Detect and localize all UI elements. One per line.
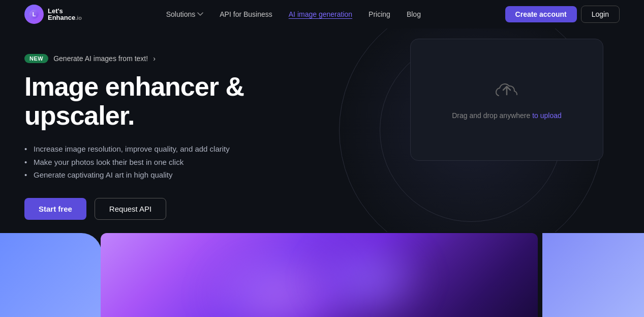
bottom-strip — [0, 233, 644, 317]
hero-section: NEW Generate AI images from text! › Imag… — [0, 28, 644, 232]
new-badge-container: NEW Generate AI images from text! › — [24, 54, 299, 63]
purple-blob-2 — [304, 233, 431, 317]
bullet-1: Increase image resolution, improve quali… — [24, 142, 299, 156]
nav-item-ai-generation[interactable]: AI image generation — [289, 10, 352, 19]
hero-bullets: Increase image resolution, improve quali… — [24, 142, 299, 182]
upload-dropzone[interactable]: Drag and drop anywhere to upload — [410, 39, 603, 161]
upload-icon — [496, 80, 518, 105]
badge-text: Generate AI images from text! — [53, 54, 148, 63]
start-free-button[interactable]: Start free — [24, 198, 86, 220]
hero-content: NEW Generate AI images from text! › Imag… — [24, 49, 299, 220]
bullet-3: Generate captivating AI art in high qual… — [24, 168, 299, 182]
upload-text: Drag and drop anywhere to upload — [452, 111, 562, 120]
new-badge: NEW — [24, 54, 48, 63]
hero-upload-area: Drag and drop anywhere to upload — [410, 39, 603, 161]
navbar: L Let's Enhance.io Solutions API for Bus… — [0, 0, 644, 28]
nav-item-api[interactable]: API for Business — [220, 10, 272, 19]
upload-link[interactable]: to upload — [532, 111, 562, 120]
bottom-left-decoration — [0, 233, 102, 317]
bullet-2: Make your photos look their best in one … — [24, 156, 299, 169]
logo-text: Let's Enhance.io — [48, 8, 82, 21]
nav-item-blog[interactable]: Blog — [407, 10, 421, 19]
nav-links: Solutions API for Business AI image gene… — [166, 10, 421, 19]
hero-cta: Start free Request API — [24, 198, 299, 220]
logo[interactable]: L Let's Enhance.io — [24, 5, 82, 24]
bottom-image-area — [101, 233, 538, 317]
request-api-button[interactable]: Request API — [95, 198, 166, 220]
logo-icon: L — [24, 5, 44, 24]
create-account-button[interactable]: Create account — [505, 6, 577, 22]
login-button[interactable]: Login — [581, 6, 620, 23]
svg-text:L: L — [33, 11, 36, 17]
badge-arrow-icon: › — [153, 54, 156, 63]
hero-title: Image enhancer & upscaler. — [24, 72, 299, 130]
chevron-down-icon — [197, 11, 203, 17]
nav-item-solutions[interactable]: Solutions — [166, 10, 204, 18]
nav-item-pricing[interactable]: Pricing — [369, 10, 390, 19]
bottom-right-decoration — [542, 233, 644, 317]
nav-actions: Create account Login — [505, 6, 620, 23]
